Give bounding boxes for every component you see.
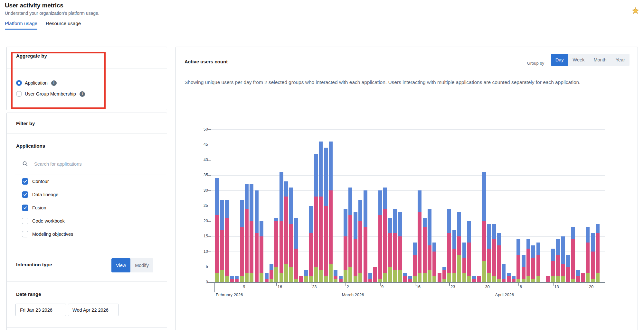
bar-feb-24[interactable] bbox=[314, 154, 318, 282]
bar-feb-5[interactable] bbox=[220, 200, 224, 282]
bar-feb-22[interactable] bbox=[304, 270, 308, 282]
bar-mar-3[interactable] bbox=[348, 188, 352, 282]
radio-option-user-group-membership[interactable]: User Group Membership bbox=[16, 90, 85, 98]
bar-mar-27[interactable] bbox=[467, 221, 471, 282]
bar-mar-8[interactable] bbox=[373, 267, 377, 282]
bar-feb-23[interactable] bbox=[309, 206, 313, 282]
bar-mar-30[interactable] bbox=[482, 172, 486, 282]
bar-mar-20[interactable] bbox=[432, 243, 436, 282]
bar-feb-21[interactable] bbox=[299, 276, 303, 282]
bar-feb-11[interactable] bbox=[250, 184, 253, 282]
end-date-input[interactable]: Wed Apr 22 2026 bbox=[68, 304, 118, 316]
group-by-option-month[interactable]: Month bbox=[589, 54, 611, 66]
bar-apr-8[interactable] bbox=[526, 239, 530, 282]
bar-apr-1[interactable] bbox=[492, 224, 496, 282]
bar-apr-7[interactable] bbox=[522, 255, 526, 282]
bar-mar-14[interactable] bbox=[403, 273, 407, 282]
bar-mar-26[interactable] bbox=[462, 243, 466, 282]
bar-feb-7[interactable] bbox=[230, 276, 234, 282]
bar-mar-19[interactable] bbox=[428, 209, 431, 282]
bar-mar-24[interactable] bbox=[452, 230, 456, 282]
checkbox-modeling-objectives[interactable]: Modeling objectives bbox=[22, 230, 73, 238]
bar-apr-4[interactable] bbox=[507, 273, 511, 282]
radio-option-application[interactable]: Application bbox=[16, 79, 57, 87]
tab-resource-usage[interactable]: Resource usage bbox=[46, 21, 81, 30]
bar-apr-18[interactable] bbox=[576, 270, 580, 282]
bar-mar-25[interactable] bbox=[457, 212, 461, 282]
bar-feb-25[interactable] bbox=[319, 142, 323, 282]
bar-mar-31[interactable] bbox=[487, 224, 491, 282]
bar-apr-2[interactable] bbox=[497, 233, 501, 282]
bar-mar-4[interactable] bbox=[354, 212, 357, 282]
bar-mar-10[interactable] bbox=[383, 188, 387, 282]
group-by-option-day[interactable]: Day bbox=[551, 54, 568, 66]
bar-feb-15[interactable] bbox=[270, 264, 273, 282]
bar-apr-21[interactable] bbox=[591, 233, 595, 282]
bar-mar-1[interactable] bbox=[339, 276, 343, 282]
bar-apr-20[interactable] bbox=[586, 227, 590, 282]
bar-feb-9[interactable] bbox=[240, 200, 244, 282]
bar-apr-9[interactable] bbox=[531, 245, 535, 282]
bar-feb-8[interactable] bbox=[235, 276, 239, 282]
bar-mar-23[interactable] bbox=[447, 209, 451, 282]
bar-mar-7[interactable] bbox=[368, 273, 372, 282]
bar-mar-15[interactable] bbox=[408, 276, 412, 282]
interaction-option-modify[interactable]: Modify bbox=[130, 258, 153, 272]
bar-feb-18[interactable] bbox=[284, 181, 288, 282]
favorite-star-button[interactable] bbox=[630, 6, 640, 16]
bar-mar-6[interactable] bbox=[364, 190, 367, 282]
bar-apr-5[interactable] bbox=[512, 276, 516, 282]
bar-feb-12[interactable] bbox=[255, 190, 259, 282]
bar-feb-20[interactable] bbox=[294, 218, 298, 282]
start-date-input[interactable]: Fri Jan 23 2026 bbox=[15, 304, 66, 316]
checkbox-fusion[interactable]: Fusion bbox=[22, 204, 46, 212]
bar-apr-15[interactable] bbox=[561, 236, 565, 282]
bar-mar-11[interactable] bbox=[388, 218, 392, 282]
bar-mar-2[interactable] bbox=[344, 209, 347, 282]
bar-mar-17[interactable] bbox=[418, 190, 421, 282]
bar-apr-19[interactable] bbox=[581, 273, 585, 282]
bar-feb-16[interactable] bbox=[274, 218, 278, 282]
group-by-option-week[interactable]: Week bbox=[568, 54, 589, 66]
bar-feb-14[interactable] bbox=[265, 273, 269, 282]
bar-mar-12[interactable] bbox=[393, 209, 397, 282]
search-input[interactable]: Search for applications bbox=[22, 161, 82, 167]
info-icon[interactable] bbox=[80, 91, 85, 97]
pink-segment bbox=[314, 197, 318, 267]
group-by-option-year[interactable]: Year bbox=[611, 54, 630, 66]
checkbox-contour[interactable]: Contour bbox=[22, 177, 49, 186]
bar-apr-3[interactable] bbox=[502, 264, 506, 282]
bar-apr-12[interactable] bbox=[546, 276, 550, 282]
bar-apr-6[interactable] bbox=[516, 239, 520, 282]
bar-mar-5[interactable] bbox=[358, 200, 362, 282]
bar-mar-29[interactable] bbox=[477, 276, 481, 282]
bar-apr-13[interactable] bbox=[551, 249, 555, 282]
bar-feb-6[interactable] bbox=[225, 200, 229, 282]
bar-mar-28[interactable] bbox=[472, 276, 476, 282]
bar-feb-19[interactable] bbox=[289, 188, 293, 282]
blue-segment bbox=[279, 172, 283, 221]
bar-apr-17[interactable] bbox=[571, 227, 575, 282]
checkbox-code-workbook[interactable]: Code workbook bbox=[22, 217, 65, 225]
bar-feb-10[interactable] bbox=[245, 184, 249, 282]
interaction-option-view[interactable]: View bbox=[111, 258, 130, 272]
bar-mar-16[interactable] bbox=[413, 243, 417, 282]
checkbox-data-lineage[interactable]: Data lineage bbox=[22, 190, 58, 199]
bar-mar-22[interactable] bbox=[442, 267, 446, 282]
bar-feb-13[interactable] bbox=[260, 221, 263, 282]
bar-mar-18[interactable] bbox=[423, 218, 427, 282]
bar-apr-16[interactable] bbox=[566, 255, 570, 282]
bar-mar-9[interactable] bbox=[378, 190, 382, 282]
bar-apr-10[interactable] bbox=[536, 243, 540, 282]
bar-feb-17[interactable] bbox=[279, 172, 283, 282]
bar-feb-28[interactable] bbox=[334, 270, 337, 282]
bar-feb-26[interactable] bbox=[324, 148, 328, 282]
tab-platform-usage[interactable]: Platform usage bbox=[5, 21, 37, 30]
bar-apr-14[interactable] bbox=[556, 239, 560, 282]
bar-feb-4[interactable] bbox=[215, 178, 219, 282]
bar-mar-13[interactable] bbox=[398, 212, 402, 282]
bar-feb-27[interactable] bbox=[329, 142, 333, 282]
bar-mar-21[interactable] bbox=[438, 273, 441, 282]
bar-apr-22[interactable] bbox=[596, 224, 600, 282]
info-icon[interactable] bbox=[51, 80, 57, 86]
